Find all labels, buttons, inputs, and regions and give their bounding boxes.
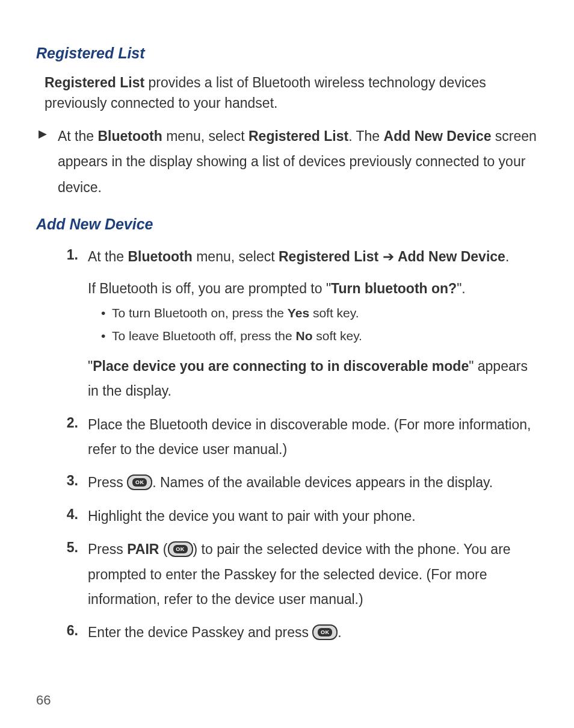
- step-body: Press PAIR (OK) to pair the selected dev…: [88, 537, 538, 612]
- t: ": [88, 358, 93, 374]
- t: Registered List: [248, 128, 348, 144]
- t: Press: [88, 474, 127, 490]
- bullet-dot-icon: •: [101, 302, 112, 324]
- t: ): [193, 541, 202, 557]
- t: menu, select: [193, 249, 279, 264]
- t: At the: [88, 249, 128, 264]
- step-5: 5. Press PAIR (OK) to pair the selected …: [51, 537, 538, 612]
- t: Yes: [288, 306, 309, 320]
- step-1: 1. At the Bluetooth menu, select Registe…: [51, 244, 538, 404]
- t: Enter the device Passkey and press: [88, 624, 312, 640]
- pointer-bullet-text: At the Bluetooth menu, select Registered…: [58, 123, 538, 201]
- t: menu, select: [162, 128, 248, 144]
- t: Registered List: [279, 249, 378, 264]
- t: Bluetooth: [97, 128, 162, 144]
- t: At the: [58, 128, 97, 144]
- t: (: [159, 541, 167, 557]
- t: . The: [348, 128, 383, 144]
- step-number: 4.: [51, 504, 88, 529]
- t: Place device you are connecting to in di…: [93, 358, 469, 374]
- t: To leave Bluetooth off, press the: [112, 329, 295, 343]
- t: To turn Bluetooth on, press the: [112, 306, 288, 320]
- step-number: 3.: [51, 470, 88, 495]
- t: PAIR: [127, 541, 159, 557]
- t: .: [338, 624, 341, 640]
- triangle-icon: ▶: [36, 123, 58, 201]
- intro-bold: Registered List: [45, 75, 144, 90]
- pointer-bullet: ▶ At the Bluetooth menu, select Register…: [36, 123, 538, 201]
- arrow-glyph: ➔: [378, 249, 398, 264]
- t: Add New Device: [384, 128, 492, 144]
- step-4: 4. Highlight the device you want to pair…: [51, 504, 538, 529]
- t: ".: [457, 281, 466, 296]
- step-number: 5.: [51, 537, 88, 612]
- heading-add-new-device: Add New Device: [36, 213, 538, 236]
- bullet-dot-icon: •: [101, 325, 112, 347]
- sub-bullet-yes: • To turn Bluetooth on, press the Yes so…: [101, 302, 538, 324]
- step-body: Press OK. Names of the available devices…: [88, 470, 538, 495]
- t: soft key.: [312, 329, 362, 343]
- step-number: 1.: [51, 244, 88, 404]
- ok-label: OK: [132, 478, 147, 487]
- t: Add New Device: [398, 249, 505, 264]
- ok-label: OK: [173, 545, 188, 553]
- t: Bluetooth: [128, 249, 192, 264]
- t: . Names of the available devices appears…: [152, 474, 493, 490]
- step-body: Enter the device Passkey and press OK.: [88, 620, 538, 645]
- heading-registered-list: Registered List: [36, 42, 538, 65]
- ok-button-icon: OK: [127, 474, 152, 490]
- t: If Bluetooth is off, you are prompted to…: [88, 281, 331, 296]
- step-number: 6.: [51, 620, 88, 645]
- ok-label: OK: [318, 628, 332, 636]
- step-2: 2. Place the Bluetooth device in discove…: [51, 412, 538, 462]
- t: Turn bluetooth on?: [331, 281, 457, 296]
- ok-button-icon: OK: [168, 541, 193, 557]
- ok-button-icon: OK: [312, 624, 338, 640]
- t: soft key.: [309, 306, 359, 320]
- step-body: Place the Bluetooth device in discoverab…: [88, 412, 538, 462]
- step-body: At the Bluetooth menu, select Registered…: [88, 244, 538, 404]
- step-6: 6. Enter the device Passkey and press OK…: [51, 620, 538, 645]
- intro-paragraph: Registered List provides a list of Bluet…: [45, 72, 538, 114]
- t: No: [295, 329, 312, 343]
- t: .: [505, 249, 509, 264]
- step-3: 3. Press OK. Names of the available devi…: [51, 470, 538, 495]
- sub-bullet-no: • To leave Bluetooth off, press the No s…: [101, 325, 538, 347]
- step-number: 2.: [51, 412, 88, 462]
- page-number: 66: [36, 690, 51, 710]
- step-body: Highlight the device you want to pair wi…: [88, 504, 538, 529]
- t: Press: [88, 541, 127, 557]
